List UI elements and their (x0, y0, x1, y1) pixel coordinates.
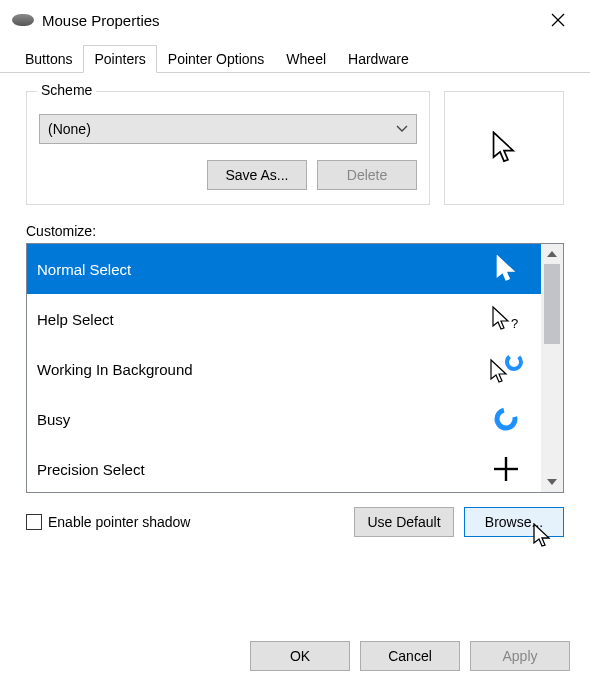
list-item-busy[interactable]: Busy (27, 394, 541, 444)
scroll-down-icon (547, 479, 557, 485)
chevron-down-icon (396, 125, 408, 133)
cursor-help-icon: ? (489, 305, 523, 333)
cursor-precision-icon (489, 456, 523, 482)
cursor-arrow-icon (489, 255, 523, 283)
browse-button[interactable]: Browse... (464, 507, 564, 537)
list-item-normal-select[interactable]: Normal Select (27, 244, 541, 294)
svg-text:?: ? (511, 316, 518, 331)
button-label: Delete (347, 167, 387, 183)
cursor-preview (444, 91, 564, 205)
button-label: Save As... (225, 167, 288, 183)
tab-body: Scheme (None) Save As... Delete Customiz… (0, 73, 590, 547)
tab-label: Buttons (25, 51, 72, 67)
cancel-button[interactable]: Cancel (360, 641, 460, 671)
titlebar-left: Mouse Properties (12, 12, 160, 29)
mouse-icon (12, 14, 34, 26)
tab-wheel[interactable]: Wheel (275, 45, 337, 73)
tab-pointer-options[interactable]: Pointer Options (157, 45, 276, 73)
tab-label: Pointers (94, 51, 145, 67)
customize-label: Customize: (26, 223, 564, 239)
tab-label: Wheel (286, 51, 326, 67)
cursor-busy-icon (489, 406, 523, 432)
scheme-selected-value: (None) (48, 121, 91, 137)
svg-marker-7 (547, 251, 557, 257)
scroll-up-button[interactable] (541, 244, 563, 264)
options-buttons: Use Default Browse... (354, 507, 564, 537)
tab-strip: Buttons Pointers Pointer Options Wheel H… (0, 44, 590, 73)
checkbox-box[interactable] (26, 514, 42, 530)
options-row: Enable pointer shadow Use Default Browse… (26, 507, 564, 537)
list-item-label: Normal Select (37, 261, 131, 278)
list-item-working-background[interactable]: Working In Background (27, 344, 541, 394)
enable-shadow-checkbox[interactable]: Enable pointer shadow (26, 514, 190, 530)
list-item-label: Help Select (37, 311, 114, 328)
button-label: Use Default (367, 514, 440, 530)
scheme-legend: Scheme (37, 82, 96, 98)
checkbox-label: Enable pointer shadow (48, 514, 190, 530)
scheme-group: Scheme (None) Save As... Delete (26, 91, 430, 205)
scroll-up-icon (547, 251, 557, 257)
scroll-thumb[interactable] (544, 264, 560, 344)
svg-point-4 (497, 410, 515, 428)
list-item-label: Busy (37, 411, 70, 428)
svg-marker-8 (547, 479, 557, 485)
tab-buttons[interactable]: Buttons (14, 45, 83, 73)
list-item-precision-select[interactable]: Precision Select (27, 444, 541, 492)
scroll-track[interactable] (541, 264, 563, 472)
listbox-items: Normal Select Help Select ? Wo (27, 244, 541, 492)
browse-button-wrap: Browse... (464, 507, 564, 537)
save-as-button[interactable]: Save As... (207, 160, 307, 190)
svg-point-3 (507, 355, 521, 369)
list-item-help-select[interactable]: Help Select ? (27, 294, 541, 344)
scheme-select[interactable]: (None) (39, 114, 417, 144)
close-button[interactable] (538, 6, 578, 34)
list-item-label: Working In Background (37, 361, 193, 378)
scheme-row: Scheme (None) Save As... Delete (26, 91, 564, 205)
customize-listbox[interactable]: Normal Select Help Select ? Wo (26, 243, 564, 493)
tab-pointers[interactable]: Pointers (83, 45, 156, 73)
close-icon (551, 13, 565, 27)
use-default-button[interactable]: Use Default (354, 507, 454, 537)
cursor-arrow-icon (490, 131, 518, 165)
tab-hardware[interactable]: Hardware (337, 45, 420, 73)
button-label: Cancel (388, 648, 432, 664)
button-label: Browse... (485, 514, 543, 530)
apply-button[interactable]: Apply (470, 641, 570, 671)
tab-label: Pointer Options (168, 51, 265, 67)
tab-label: Hardware (348, 51, 409, 67)
scrollbar[interactable] (541, 244, 563, 492)
cursor-working-icon (489, 354, 523, 384)
window-title: Mouse Properties (42, 12, 160, 29)
button-label: Apply (502, 648, 537, 664)
delete-button[interactable]: Delete (317, 160, 417, 190)
mouse-properties-window: Mouse Properties Buttons Pointers Pointe… (0, 0, 590, 683)
ok-button[interactable]: OK (250, 641, 350, 671)
scheme-buttons: Save As... Delete (39, 160, 417, 190)
titlebar: Mouse Properties (0, 0, 590, 38)
button-label: OK (290, 648, 310, 664)
scroll-down-button[interactable] (541, 472, 563, 492)
dialog-footer: OK Cancel Apply (250, 641, 570, 671)
list-item-label: Precision Select (37, 461, 145, 478)
